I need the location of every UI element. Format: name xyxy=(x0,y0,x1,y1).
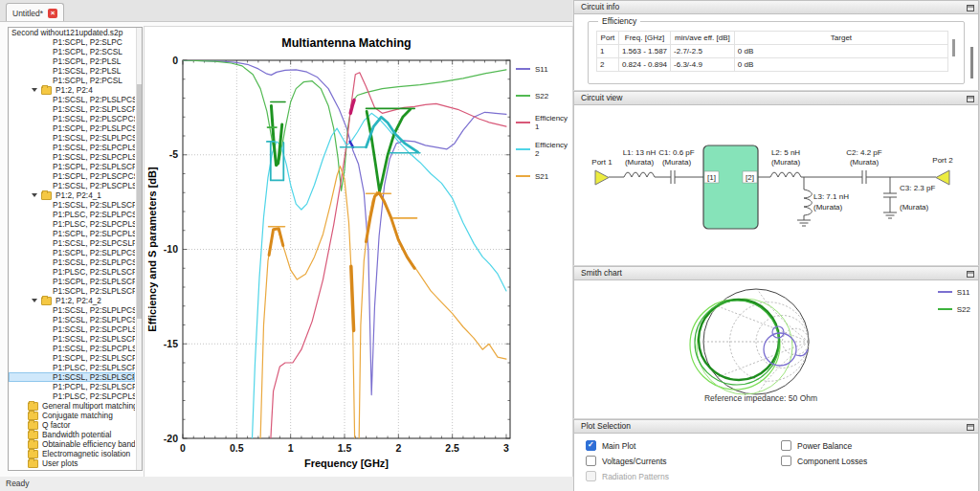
port2-icon[interactable] xyxy=(936,170,949,185)
checkbox-icon[interactable] xyxy=(586,440,596,451)
tree-item-folder[interactable]: User plots xyxy=(9,458,135,468)
component-L1-vendor: (Murata) xyxy=(625,158,655,167)
tree-item-topology[interactable]: P1:SCPL, P2:SLPC xyxy=(9,37,135,47)
tree-scrollbar[interactable] xyxy=(136,28,142,470)
smith-chart-header[interactable]: Smith chart xyxy=(574,267,978,280)
tree-item-topology[interactable]: P1:SCPL, P2:PLSCPCSL xyxy=(9,171,135,181)
tree-item-topology[interactable]: P1:SCSL, P2:SLPLPCSC xyxy=(9,257,135,267)
tree-item-topology[interactable]: P1:SCSL, P2:SLPLSCPL xyxy=(9,200,135,210)
tree-item-topology[interactable]: P1:SCSL, P2:SLPLPCSL xyxy=(9,133,135,143)
efficiency-table-row[interactable]: 20.824 - 0.894-6.3/-4.90 dB xyxy=(597,58,948,72)
tree-item-folder[interactable]: General multiport matching xyxy=(9,401,135,411)
tree-item-topology[interactable]: P1:SCPL, P2:PLSL xyxy=(9,56,135,66)
tree-item-topology[interactable]: P1:SCSL, P2:SLPCPLSL xyxy=(9,143,135,152)
tree-item-topology[interactable]: P1:SCPL, P2:PLSLPCSL xyxy=(9,123,135,133)
float-panel-icon[interactable] xyxy=(967,95,974,102)
plot-option-main-plot[interactable]: Main Plot xyxy=(586,440,635,451)
tree-item-folder[interactable]: P1:2, P2:4_2 xyxy=(9,296,135,305)
tree-item-folder[interactable]: Electromagnetic isolation xyxy=(9,449,135,458)
component-C1-vendor: (Murata) xyxy=(662,158,692,167)
folder-icon xyxy=(41,86,52,95)
circuit-info-title: Circuit info xyxy=(581,2,619,11)
folder-icon xyxy=(41,297,52,305)
tree-root-item[interactable]: Second without121updated.s2p xyxy=(9,28,135,37)
table-scrollbar-handle[interactable] xyxy=(952,39,955,56)
panel-scrollbar-handle[interactable] xyxy=(970,47,973,78)
component-L2-vendor: (Murata) xyxy=(771,158,801,167)
status-text: Ready xyxy=(6,479,30,488)
circuit-schematic[interactable]: Port 1 Port 2 [1] [2] L1: 13 nH (Murata)… xyxy=(574,105,978,265)
tree-item-topology[interactable]: P1:SCPL, P2:SLPLPCSL xyxy=(9,248,135,257)
main-chart-legend: S11S22Efficiency 1Efficiency 2S21 xyxy=(516,63,572,197)
tab-close-icon[interactable]: × xyxy=(48,9,57,18)
legend-item: S21 xyxy=(516,170,572,182)
svg-text:Efficiency and S parameters [d: Efficiency and S parameters [dB] xyxy=(146,167,158,332)
plot-selection-content: Main PlotVoltages/CurrentsRadiation Patt… xyxy=(574,434,978,491)
efficiency-table-row[interactable]: 11.563 - 1.587-2.7/-2.50 dB xyxy=(597,45,948,58)
port1-label: Port 1 xyxy=(591,158,612,167)
component-L3-label: L3: 7.1 nH xyxy=(813,192,849,201)
float-panel-icon[interactable] xyxy=(967,4,974,11)
tree-item-topology[interactable]: P1:PLSC, P2:SLPCPLSL xyxy=(9,391,135,401)
tree-item-folder[interactable]: Bandwidth potential xyxy=(9,430,135,439)
tree-item-topology[interactable]: P1:SCPL, P2:SLPLSCPL xyxy=(9,286,135,296)
tree-item-topology[interactable]: P1:PCPL, P2:SLPLSCPL xyxy=(9,382,135,391)
tree-item-topology[interactable]: P1:SCSL, P2:SLPLSCPC xyxy=(9,372,135,382)
antenna-block[interactable] xyxy=(703,145,758,229)
tree-item-topology[interactable]: P1:SCSL, P2:SLPCPLSC xyxy=(9,152,135,162)
tree-item-topology[interactable]: P1:SCSL, P2:SLPLSCPL xyxy=(9,334,135,344)
tree-item-topology[interactable]: P1:SCPL, P2:SCSL xyxy=(9,47,135,56)
tree-item-topology[interactable]: P1:SCPL, P2:SLPLSCPL xyxy=(9,162,135,171)
chevron-down-icon[interactable] xyxy=(32,88,37,92)
tree-item-folder[interactable]: P1:2, P2:4_1 xyxy=(9,190,135,200)
checkbox-icon[interactable] xyxy=(781,440,791,451)
plot-option-power-balance[interactable]: Power Balance xyxy=(781,440,852,451)
plot-option-component-losses[interactable]: Component Losses xyxy=(781,456,867,466)
svg-text:-5: -5 xyxy=(169,148,178,160)
tree-item-topology[interactable]: P1:SCSL, P2:SLPCPLSL xyxy=(9,324,135,334)
tree-item-topology[interactable]: P1:PLSC, P2:SLPLSCPL xyxy=(9,363,135,372)
efficiency-col-header[interactable]: Port xyxy=(597,32,619,45)
tree-item-folder[interactable]: Obtainable efficiency band... xyxy=(9,439,135,449)
port1-icon[interactable] xyxy=(595,170,609,185)
efficiency-col-header[interactable]: Freq. [GHz] xyxy=(618,32,670,45)
plot-selection-header[interactable]: Plot Selection xyxy=(574,420,978,434)
document-tab[interactable]: Untitled* × xyxy=(6,3,64,22)
circuit-info-content: Efficiency PortFreq. [GHz]min/ave eff. [… xyxy=(574,14,978,90)
tree-item-topology[interactable]: P1:SCSL, P2:SLPLSCPL xyxy=(9,104,135,114)
tree-item-topology[interactable]: P1:SCSL, P2:PLSCPCSL xyxy=(9,114,135,123)
tree-item-topology[interactable]: P1:SCSL, P2:SLPCSLPL xyxy=(9,238,135,248)
chevron-down-icon[interactable] xyxy=(32,299,37,302)
tree-item-topology[interactable]: P1:SCPL, P2:PCSL xyxy=(9,76,135,85)
chevron-down-icon[interactable] xyxy=(32,193,37,197)
circuit-info-header[interactable]: Circuit info xyxy=(574,1,978,14)
float-panel-icon[interactable] xyxy=(967,270,974,278)
tree-item-topology[interactable]: P1:SCSL, P2:PLSL xyxy=(9,66,135,76)
tree-item-topology[interactable]: P1:SCPL, P2:SLPLSCPC xyxy=(9,277,135,286)
tree-item-folder[interactable]: Conjugate matching xyxy=(9,411,135,420)
tree-item-topology[interactable]: P1:SCSL, P2:SLPLPCSC xyxy=(9,315,135,324)
folder-icon xyxy=(28,440,38,449)
checkbox-icon[interactable] xyxy=(781,456,791,466)
tree-item-topology[interactable]: P1:PLSC, P2:SLPLSCPC xyxy=(9,267,135,277)
plot-option-voltages-currents[interactable]: Voltages/Currents xyxy=(586,456,667,466)
tree-item-topology[interactable]: P1:SCPL, P2:SLPLSCPL xyxy=(9,353,135,363)
tree-scrollbar-handle[interactable] xyxy=(137,84,142,319)
tree-item-topology[interactable]: P1:SCSL, P2:SLPCPLSC xyxy=(9,344,135,353)
checkbox-icon[interactable] xyxy=(586,456,596,466)
smith-chart-panel: Smith chart S11S22 Reference impedance: … xyxy=(573,266,979,418)
efficiency-col-header[interactable]: Target xyxy=(734,32,947,45)
circuit-view-header[interactable]: Circuit view xyxy=(574,92,978,105)
tree-item-topology[interactable]: P1:SCSL, P2:PLSLPCSL xyxy=(9,95,135,104)
tree-item-folder[interactable]: Q factor xyxy=(9,420,135,430)
float-panel-icon[interactable] xyxy=(967,423,974,431)
smith-chart-title: Smith chart xyxy=(581,268,622,278)
tree-item-topology[interactable]: P1:PLSC, P2:SLPCPLSL xyxy=(9,219,135,229)
capacitor-C3-symbol xyxy=(883,177,897,218)
tree-item-topology[interactable]: P1:SCPL, P2:SLPCPLSL xyxy=(9,229,135,238)
tree-item-folder[interactable]: P1:2, P2:4 xyxy=(9,85,135,95)
tree-item-topology[interactable]: P1:SCSL, P2:PLSCPLSC xyxy=(9,181,135,190)
efficiency-col-header[interactable]: min/ave eff. [dB] xyxy=(671,32,735,45)
tree-item-topology[interactable]: P1:PLSC, P2:SLPLPCSL xyxy=(9,210,135,219)
tree-item-topology[interactable]: P1:SCSL, P2:SLPLPCSL xyxy=(9,305,135,315)
